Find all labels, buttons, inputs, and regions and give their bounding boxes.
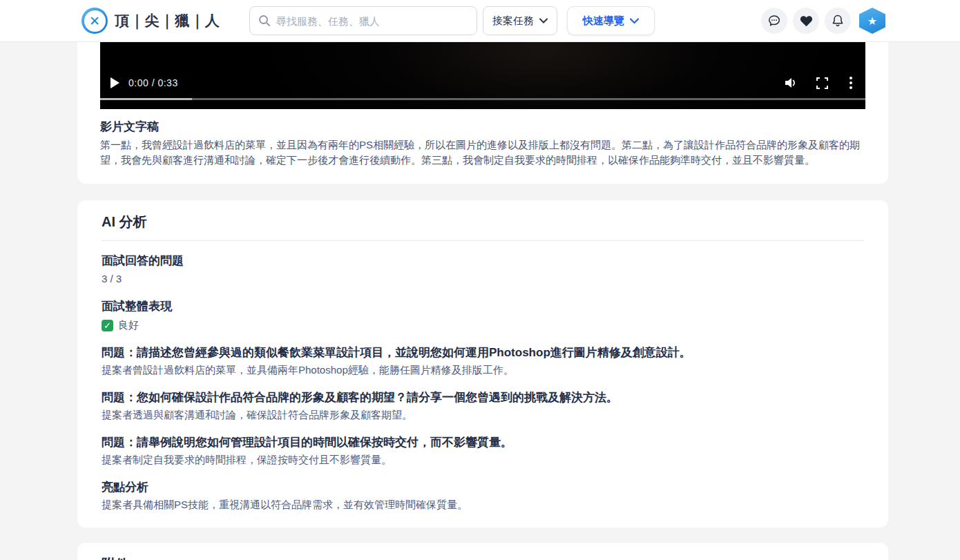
search-box[interactable] xyxy=(249,6,477,35)
highlights-section: 亮點分析 提案者具備相關PS技能，重視溝通以符合品牌需求，並有效管理時間確保質量… xyxy=(102,479,864,512)
notifications-button[interactable] xyxy=(825,8,851,34)
answer-text: 提案者曾設計過飲料店的菜單，並具備兩年Photoshop經驗，能勝任圖片精修及排… xyxy=(102,363,864,378)
search-input[interactable] xyxy=(276,15,468,27)
transcript-body: 第一點，我曾經設計過飲料店的菜單，並且因為有兩年的PS相關經驗，所以在圖片的進修… xyxy=(100,137,865,167)
check-icon: ✓ xyxy=(102,320,113,331)
navbar-icons: ★ xyxy=(761,8,885,34)
avatar[interactable]: ★ xyxy=(859,8,885,34)
question-text: 問題：您如何確保設計作品符合品牌的形象及顧客的期望？請分享一個您曾遇到的挑戰及解… xyxy=(102,389,864,406)
overall-performance-title: 面試整體表現 xyxy=(102,298,864,315)
bell-icon xyxy=(831,14,845,28)
star-icon: ★ xyxy=(867,15,877,28)
question-text: 問題：請舉例說明您如何管理設計項目的時間以確保按時交付，而不影響質量。 xyxy=(102,434,864,451)
logo-text: 頂｜尖｜獵｜人 xyxy=(115,11,220,30)
qa-item: 問題：請描述您曾經參與過的類似餐飲業菜單設計項目，並說明您如何運用Photosh… xyxy=(102,345,864,378)
chevron-down-icon xyxy=(630,18,639,24)
logo-x-mark: ✕ xyxy=(84,10,106,32)
video-controls: 0:00 / 0:33 xyxy=(100,72,865,94)
highlights-body: 提案者具備相關PS技能，重視溝通以符合品牌需求，並有效管理時間確保質量。 xyxy=(102,497,864,512)
overall-performance-section: 面試整體表現 ✓ 良好 xyxy=(102,298,864,333)
favorites-button[interactable] xyxy=(793,8,819,34)
volume-button[interactable] xyxy=(784,77,798,89)
video-more-options-button[interactable] xyxy=(847,77,855,89)
category-select-label: 接案任務 xyxy=(492,15,534,28)
chat-bubble-icon xyxy=(767,14,781,28)
messages-button[interactable] xyxy=(761,8,787,34)
chevron-down-icon xyxy=(539,18,548,23)
transcript-title: 影片文字稿 xyxy=(100,119,865,135)
ai-analysis-title: AI 分析 xyxy=(102,213,864,231)
transcript-section: 影片文字稿 第一點，我曾經設計過飲料店的菜單，並且因為有兩年的PS相關經驗，所以… xyxy=(100,119,865,167)
answered-questions-value: 3 / 3 xyxy=(102,271,864,287)
ai-analysis-card: AI 分析 面試回答的問題 3 / 3 面試整體表現 ✓ 良好 問題：請描述您曾… xyxy=(77,200,888,528)
answered-questions-section: 面試回答的問題 3 / 3 xyxy=(102,253,864,287)
answer-text: 提案者透過與顧客溝通和討論，確保設計符合品牌形象及顧客期望。 xyxy=(102,407,864,423)
qa-item: 問題：請舉例說明您如何管理設計項目的時間以確保按時交付，而不影響質量。 提案者制… xyxy=(102,434,864,467)
play-button[interactable] xyxy=(111,77,119,88)
video-player[interactable]: 0:00 / 0:33 xyxy=(100,42,865,109)
quick-nav-button[interactable]: 快速導覽 xyxy=(567,6,655,35)
video-seek-buffer xyxy=(100,98,192,100)
answer-text: 提案者制定自我要求的時間排程，保證按時交付且不影響質量。 xyxy=(102,452,864,467)
search-icon xyxy=(258,15,271,27)
fullscreen-icon xyxy=(816,77,828,89)
logo[interactable]: ✕ 頂｜尖｜獵｜人 xyxy=(81,8,220,34)
fullscreen-button[interactable] xyxy=(816,77,828,89)
attachments-card: 附件 1765434906_693a661aac0e0.jpg xyxy=(77,543,888,560)
navbar: ✕ 頂｜尖｜獵｜人 接案任務 快速導覽 xyxy=(0,0,960,42)
attachments-title: 附件 xyxy=(102,555,864,560)
page: ✕ 頂｜尖｜獵｜人 接案任務 快速導覽 xyxy=(0,0,960,560)
answered-questions-title: 面試回答的問題 xyxy=(102,253,864,269)
video-seekbar[interactable] xyxy=(100,98,865,100)
question-text: 問題：請描述您曾經參與過的類似餐飲業菜單設計項目，並說明您如何運用Photosh… xyxy=(102,345,864,361)
highlights-title: 亮點分析 xyxy=(102,479,864,496)
category-select[interactable]: 接案任務 xyxy=(483,6,557,35)
heart-icon xyxy=(800,15,813,27)
volume-icon xyxy=(784,77,798,89)
overall-performance-value: 良好 xyxy=(118,318,139,333)
divider xyxy=(102,240,864,241)
video-time-display: 0:00 / 0:33 xyxy=(128,77,178,88)
logo-icon: ✕ xyxy=(81,8,108,34)
qa-item: 問題：您如何確保設計作品符合品牌的形象及顧客的期望？請分享一個您曾遇到的挑戰及解… xyxy=(102,389,864,423)
video-card: 0:00 / 0:33 xyxy=(77,42,888,184)
main-content: 0:00 / 0:33 xyxy=(77,42,888,560)
quick-nav-label: 快速導覽 xyxy=(583,15,624,28)
